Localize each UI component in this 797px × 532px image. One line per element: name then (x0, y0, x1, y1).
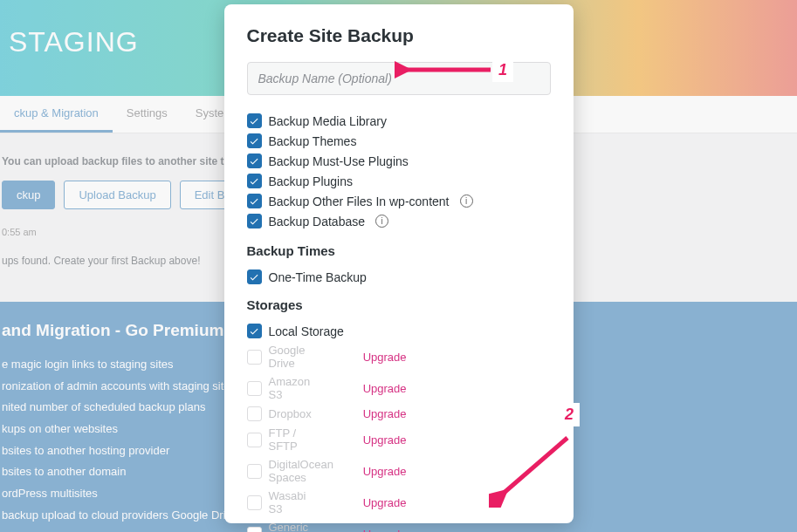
checkbox-icon (247, 174, 262, 188)
storage-amazon-s3: Amazon S3 Upgrade (247, 372, 551, 404)
option-other-files[interactable]: Backup Other Files In wp-content i (247, 191, 551, 211)
storage-digitalocean: DigitalOcean Spaces Upgrade (247, 455, 551, 487)
checkbox-icon (247, 269, 262, 284)
storage-label: FTP / SFTP (269, 426, 306, 453)
option-media-library[interactable]: Backup Media Library (247, 111, 551, 131)
checkbox-icon (247, 350, 262, 365)
storage-local[interactable]: Local Storage (247, 321, 551, 341)
checkbox-icon (247, 527, 262, 533)
backup-times-heading: Backup Times (247, 243, 551, 258)
storage-label: Generic S3 (269, 521, 309, 532)
option-mu-plugins[interactable]: Backup Must-Use Plugins (247, 151, 551, 171)
option-label: Backup Must-Use Plugins (269, 154, 409, 168)
checkbox-icon (247, 406, 262, 421)
option-one-time[interactable]: One-Time Backup (247, 267, 551, 287)
upgrade-link[interactable]: Upgrade (363, 407, 407, 420)
option-label: Backup Other Files In wp-content (269, 194, 450, 208)
storage-dropbox: Dropbox Upgrade (247, 404, 551, 424)
storage-generic-s3: Generic S3 Upgrade (247, 518, 551, 532)
option-label: Backup Themes (269, 134, 357, 148)
info-icon[interactable]: i (375, 215, 388, 228)
storage-label: DigitalOcean Spaces (269, 458, 339, 484)
storage-label: Wasabi S3 (269, 489, 306, 515)
upgrade-link[interactable]: Upgrade (363, 496, 407, 509)
upgrade-link[interactable]: Upgrade (363, 528, 407, 533)
storage-label: Local Storage (269, 324, 344, 338)
upgrade-link[interactable]: Upgrade (363, 382, 407, 395)
storage-label: Amazon S3 (269, 375, 311, 401)
storages-heading: Storages (247, 297, 551, 312)
option-label: Backup Media Library (269, 114, 387, 128)
checkbox-icon (247, 381, 262, 396)
option-database[interactable]: Backup Database i (247, 211, 551, 231)
option-themes[interactable]: Backup Themes (247, 131, 551, 151)
checkbox-icon (247, 324, 262, 338)
upgrade-link[interactable]: Upgrade (363, 351, 407, 364)
modal-title: Create Site Backup (247, 25, 551, 46)
checkbox-icon (247, 433, 262, 447)
checkbox-icon (247, 113, 262, 128)
option-label: Backup Plugins (269, 174, 354, 188)
upgrade-link[interactable]: Upgrade (363, 433, 407, 447)
checkbox-icon (247, 464, 262, 479)
checkbox-icon (247, 194, 262, 208)
storage-wasabi: Wasabi S3 Upgrade (247, 487, 551, 518)
storage-label: Google Drive (269, 344, 308, 370)
storage-label: Dropbox (269, 407, 312, 420)
backup-name-input[interactable] (247, 62, 551, 95)
checkbox-icon (247, 214, 262, 228)
storage-google-drive: Google Drive Upgrade (247, 341, 551, 372)
backup-options-list: Backup Media Library Backup Themes Backu… (247, 111, 551, 231)
option-label: One-Time Backup (269, 270, 367, 284)
create-backup-modal: Create Site Backup Backup Media Library … (224, 4, 574, 523)
option-plugins[interactable]: Backup Plugins (247, 171, 551, 191)
modal-overlay: Create Site Backup Backup Media Library … (0, 0, 797, 532)
option-label: Backup Database (269, 215, 366, 228)
info-icon[interactable]: i (460, 194, 473, 208)
checkbox-icon (247, 495, 262, 510)
storage-ftp: FTP / SFTP Upgrade (247, 424, 551, 455)
checkbox-icon (247, 133, 262, 148)
checkbox-icon (247, 153, 262, 168)
upgrade-link[interactable]: Upgrade (363, 465, 407, 478)
